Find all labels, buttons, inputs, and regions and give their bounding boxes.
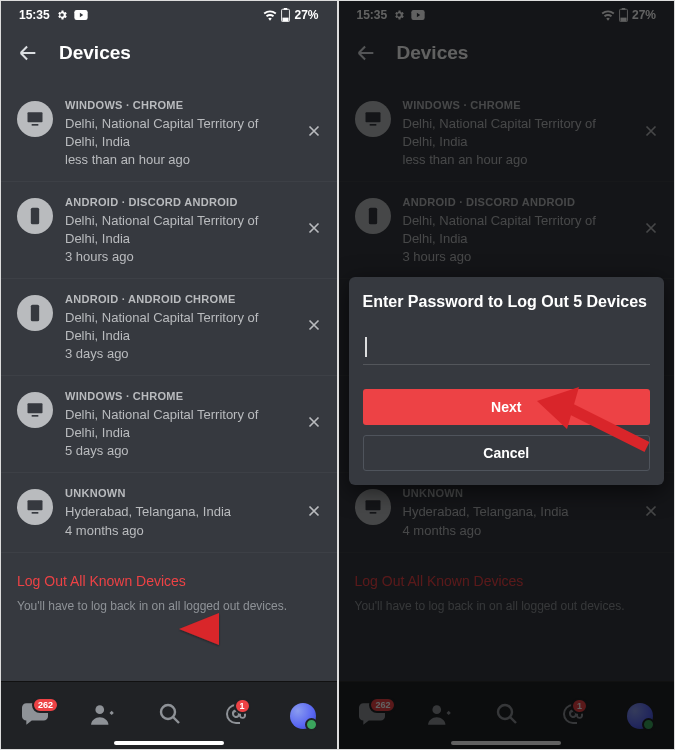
device-time: 3 days ago bbox=[65, 346, 289, 361]
nav-search[interactable] bbox=[495, 702, 519, 730]
avatar bbox=[290, 703, 316, 729]
gear-icon bbox=[56, 9, 68, 21]
svg-rect-11 bbox=[32, 512, 39, 514]
device-time: 3 hours ago bbox=[403, 249, 627, 264]
device-platform: WINDOWS · CHROME bbox=[65, 390, 289, 402]
screen: 15:35 27% Devices WINDOWS · CHROME Delhi… bbox=[1, 1, 337, 681]
monitor-icon bbox=[17, 489, 53, 525]
password-input[interactable] bbox=[363, 329, 651, 365]
remove-device-button[interactable] bbox=[301, 215, 327, 245]
nav-friends[interactable] bbox=[90, 703, 116, 729]
svg-rect-19 bbox=[369, 124, 376, 126]
status-battery: 27% bbox=[632, 8, 656, 22]
logout-all-button[interactable]: Log Out All Known Devices bbox=[1, 553, 337, 593]
status-time: 15:35 bbox=[357, 8, 388, 22]
next-button[interactable]: Next bbox=[363, 389, 651, 425]
page-title: Devices bbox=[59, 42, 131, 64]
remove-device-button[interactable] bbox=[301, 312, 327, 342]
home-indicator bbox=[114, 741, 224, 745]
phone-icon bbox=[17, 295, 53, 331]
device-row[interactable]: WINDOWS · CHROME Delhi, National Capital… bbox=[1, 85, 337, 182]
device-row[interactable]: ANDROID · DISCORD ANDROID Delhi, Nationa… bbox=[1, 182, 337, 279]
remove-device-button[interactable] bbox=[301, 118, 327, 148]
remove-device-button[interactable] bbox=[301, 498, 327, 528]
monitor-icon bbox=[355, 489, 391, 525]
svg-point-26 bbox=[433, 705, 442, 714]
device-platform: ANDROID · DISCORD ANDROID bbox=[403, 196, 627, 208]
nav-mentions[interactable]: 1 bbox=[224, 702, 248, 730]
nav-profile[interactable] bbox=[290, 703, 316, 729]
device-platform: WINDOWS · CHROME bbox=[65, 99, 289, 111]
device-row[interactable]: UNKNOWN Hyderabad, Telangana, India 4 mo… bbox=[339, 473, 675, 553]
nav-search[interactable] bbox=[158, 702, 182, 730]
status-bar: 15:35 27% bbox=[339, 1, 675, 29]
svg-rect-18 bbox=[365, 112, 380, 122]
device-platform: UNKNOWN bbox=[65, 487, 289, 499]
svg-rect-4 bbox=[28, 112, 43, 122]
page-title: Devices bbox=[397, 42, 469, 64]
nav-profile[interactable] bbox=[627, 703, 653, 729]
status-bar: 15:35 27% bbox=[1, 1, 337, 29]
phone-icon bbox=[17, 198, 53, 234]
device-row[interactable]: UNKNOWN Hyderabad, Telangana, India 4 mo… bbox=[1, 473, 337, 553]
device-platform: ANDROID · ANDROID CHROME bbox=[65, 293, 289, 305]
nav-mentions[interactable]: 1 bbox=[561, 702, 585, 730]
device-location: Delhi, National Capital Territory of Del… bbox=[403, 115, 627, 150]
header: Devices bbox=[1, 29, 337, 77]
remove-device-button[interactable] bbox=[638, 118, 664, 148]
device-time: less than an hour ago bbox=[403, 152, 627, 167]
badge-messages: 262 bbox=[369, 697, 396, 713]
home-indicator bbox=[451, 741, 561, 745]
remove-device-button[interactable] bbox=[301, 409, 327, 439]
device-location: Hyderabad, Telangana, India bbox=[403, 503, 627, 521]
device-time: 4 months ago bbox=[403, 523, 627, 538]
back-button[interactable] bbox=[17, 42, 39, 64]
device-row[interactable]: WINDOWS · CHROME Delhi, National Capital… bbox=[339, 85, 675, 182]
monitor-icon bbox=[17, 392, 53, 428]
nav-messages[interactable]: 262 bbox=[22, 703, 48, 729]
status-battery: 27% bbox=[294, 8, 318, 22]
battery-icon bbox=[281, 8, 290, 22]
avatar bbox=[627, 703, 653, 729]
device-platform: WINDOWS · CHROME bbox=[403, 99, 627, 111]
nav-friends[interactable] bbox=[427, 703, 453, 729]
svg-rect-16 bbox=[622, 8, 626, 10]
svg-rect-25 bbox=[369, 512, 376, 514]
svg-rect-10 bbox=[28, 501, 43, 511]
svg-rect-8 bbox=[28, 404, 43, 414]
svg-point-12 bbox=[95, 705, 104, 714]
phone-right: 15:35 27% Devices WINDOWS · CHROME Delhi… bbox=[338, 0, 676, 750]
device-row[interactable]: WINDOWS · CHROME Delhi, National Capital… bbox=[1, 376, 337, 473]
logout-all-button[interactable]: Log Out All Known Devices bbox=[339, 553, 675, 593]
device-location: Hyderabad, Telangana, India bbox=[65, 503, 289, 521]
device-row[interactable]: ANDROID · DISCORD ANDROID Delhi, Nationa… bbox=[339, 182, 675, 279]
device-location: Delhi, National Capital Territory of Del… bbox=[65, 406, 289, 441]
device-row[interactable]: ANDROID · ANDROID CHROME Delhi, National… bbox=[1, 279, 337, 376]
wifi-icon bbox=[601, 9, 615, 21]
svg-rect-3 bbox=[283, 18, 289, 22]
svg-rect-6 bbox=[31, 208, 39, 225]
device-time: 4 months ago bbox=[65, 523, 289, 538]
screen: 15:35 27% Devices WINDOWS · CHROME Delhi… bbox=[339, 1, 675, 681]
device-time: 3 hours ago bbox=[65, 249, 289, 264]
status-time: 15:35 bbox=[19, 8, 50, 22]
modal-title: Enter Password to Log Out 5 Devices bbox=[363, 293, 651, 311]
bottom-nav: 262 1 bbox=[339, 681, 675, 749]
monitor-icon bbox=[17, 101, 53, 137]
remove-device-button[interactable] bbox=[638, 498, 664, 528]
phone-left: 15:35 27% Devices WINDOWS · CHROME Delhi… bbox=[0, 0, 338, 750]
bottom-nav: 262 1 bbox=[1, 681, 337, 749]
phone-icon bbox=[355, 198, 391, 234]
cancel-button[interactable]: Cancel bbox=[363, 435, 651, 471]
back-button[interactable] bbox=[355, 42, 377, 64]
svg-rect-24 bbox=[365, 501, 380, 511]
svg-rect-9 bbox=[32, 415, 39, 417]
remove-device-button[interactable] bbox=[638, 215, 664, 245]
device-location: Delhi, National Capital Territory of Del… bbox=[65, 115, 289, 150]
nav-messages[interactable]: 262 bbox=[359, 703, 385, 729]
battery-icon bbox=[619, 8, 628, 22]
device-list: WINDOWS · CHROME Delhi, National Capital… bbox=[1, 77, 337, 627]
youtube-icon bbox=[411, 10, 425, 20]
svg-point-13 bbox=[161, 705, 175, 719]
header: Devices bbox=[339, 29, 675, 77]
